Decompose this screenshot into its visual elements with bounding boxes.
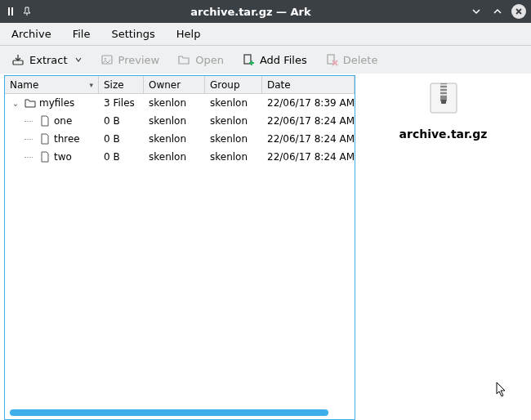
menubar: Archive File Settings Help xyxy=(0,23,531,46)
row-name: myfiles xyxy=(39,97,74,109)
column-date[interactable]: Date xyxy=(262,76,355,93)
add-files-label: Add Files xyxy=(260,54,307,66)
svg-rect-11 xyxy=(440,91,447,92)
table-row[interactable]: ⌄ myfiles 3 Files skenlon skenlon 22/06/… xyxy=(5,94,355,112)
row-date: 22/06/17 8:39 AM xyxy=(262,97,355,109)
svg-rect-13 xyxy=(441,100,446,104)
row-owner: skenlon xyxy=(144,97,205,109)
row-owner: skenlon xyxy=(144,115,205,127)
minimize-button[interactable] xyxy=(469,4,484,19)
svg-rect-12 xyxy=(440,94,447,96)
extract-icon xyxy=(11,53,25,66)
row-group: skenlon xyxy=(205,115,262,127)
content-area: Name ▾ Size Owner Group Date ⌄ myfiles 3… xyxy=(0,74,531,420)
extract-label: Extract xyxy=(29,54,68,66)
pin-icon[interactable] xyxy=(21,6,33,17)
archive-filename: archive.tar.gz xyxy=(399,127,488,141)
file-icon xyxy=(39,151,51,163)
column-size[interactable]: Size xyxy=(99,76,144,93)
delete-button: Delete xyxy=(322,51,382,69)
row-name: one xyxy=(54,115,72,127)
column-headers: Name ▾ Size Owner Group Date xyxy=(5,76,355,94)
row-owner: skenlon xyxy=(144,133,205,145)
svg-rect-0 xyxy=(8,7,10,16)
row-size: 0 B xyxy=(99,151,144,163)
horizontal-scrollbar[interactable] xyxy=(10,409,328,416)
preview-label: Preview xyxy=(118,54,160,66)
row-group: skenlon xyxy=(205,151,262,163)
column-group[interactable]: Group xyxy=(205,76,262,93)
row-size: 0 B xyxy=(99,115,144,127)
toolbar: Extract Preview Open Add Files Delete xyxy=(0,46,531,74)
row-date: 22/06/17 8:24 AM xyxy=(262,115,355,127)
file-icon xyxy=(39,115,51,127)
preview-icon xyxy=(100,53,114,66)
row-date: 22/06/17 8:24 AM xyxy=(262,151,355,163)
row-owner: skenlon xyxy=(144,151,205,163)
app-icon xyxy=(5,6,16,17)
svg-rect-9 xyxy=(440,84,447,86)
delete-label: Delete xyxy=(343,54,378,66)
open-label: Open xyxy=(195,54,224,66)
table-row[interactable]: one 0 B skenlon skenlon 22/06/17 8:24 AM xyxy=(5,112,355,130)
open-button: Open xyxy=(174,51,227,69)
row-group: skenlon xyxy=(205,133,262,145)
chevron-down-icon[interactable] xyxy=(74,54,83,66)
tree-body[interactable]: ⌄ myfiles 3 Files skenlon skenlon 22/06/… xyxy=(5,94,355,409)
row-name: two xyxy=(54,151,72,163)
row-group: skenlon xyxy=(205,97,262,109)
close-button[interactable] xyxy=(511,4,526,19)
file-tree-panel: Name ▾ Size Owner Group Date ⌄ myfiles 3… xyxy=(4,75,355,420)
row-size: 0 B xyxy=(99,133,144,145)
row-size: 3 Files xyxy=(99,97,144,109)
svg-point-4 xyxy=(105,58,106,60)
maximize-button[interactable] xyxy=(490,4,505,19)
delete-icon xyxy=(325,53,338,66)
extract-button[interactable]: Extract xyxy=(8,51,86,69)
column-name-label: Name xyxy=(10,79,38,91)
row-date: 22/06/17 8:24 AM xyxy=(262,133,355,145)
menu-archive[interactable]: Archive xyxy=(8,25,55,43)
file-icon xyxy=(39,133,51,145)
menu-settings[interactable]: Settings xyxy=(108,25,158,43)
table-row[interactable]: two 0 B skenlon skenlon 22/06/17 8:24 AM xyxy=(5,148,355,166)
add-files-button[interactable]: Add Files xyxy=(239,51,310,69)
svg-rect-1 xyxy=(11,7,13,16)
open-icon xyxy=(177,53,190,66)
column-name[interactable]: Name ▾ xyxy=(5,76,99,93)
menu-help[interactable]: Help xyxy=(173,25,204,43)
folder-icon xyxy=(25,97,36,109)
side-panel: archive.tar.gz xyxy=(355,74,531,420)
svg-rect-10 xyxy=(440,87,447,89)
chevron-down-icon[interactable]: ⌄ xyxy=(10,99,21,108)
menu-file[interactable]: File xyxy=(69,25,94,43)
archive-icon xyxy=(424,82,463,114)
row-name: three xyxy=(54,133,80,145)
preview-button: Preview xyxy=(97,51,163,69)
add-files-icon xyxy=(242,53,255,66)
table-row[interactable]: three 0 B skenlon skenlon 22/06/17 8:24 … xyxy=(5,130,355,148)
chevron-down-icon: ▾ xyxy=(89,81,93,89)
window-title: archive.tar.gz — Ark xyxy=(33,6,469,18)
column-owner[interactable]: Owner xyxy=(144,76,205,93)
titlebar: archive.tar.gz — Ark xyxy=(0,0,531,23)
svg-rect-6 xyxy=(328,55,334,64)
